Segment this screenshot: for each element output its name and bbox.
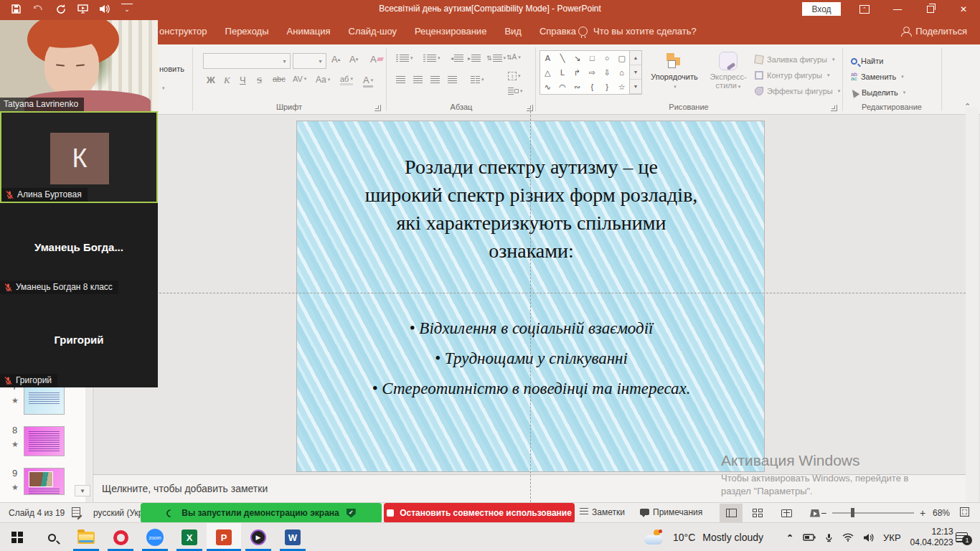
share-person-icon <box>901 27 910 36</box>
weather-widget[interactable]: 10°C Mostly cloudy <box>644 523 763 551</box>
speaker-icon[interactable] <box>863 533 874 542</box>
notification-badge: 1 <box>962 535 972 545</box>
tell-me-label: Что вы хотите сделать? <box>593 26 697 37</box>
slide-sorter-view-button[interactable] <box>746 504 769 522</box>
stop-share-button[interactable]: Остановить совместное использование <box>384 503 575 523</box>
keyboard-language[interactable]: УКР <box>883 532 901 543</box>
participant-display-name: Григорий <box>0 334 158 346</box>
opera-button[interactable] <box>103 523 138 551</box>
zoom-meeting-panel: Tatyana Lavrinenko К Алина Буртовая Уман… <box>0 20 158 387</box>
thumbnail-slide-9[interactable] <box>24 468 65 495</box>
thumbnail-scroll-down-button[interactable]: ▼ <box>75 485 90 496</box>
tab-transitions[interactable]: Переходы <box>225 26 269 37</box>
tab-slideshow[interactable]: Слайд-шоу <box>349 26 397 37</box>
vertical-guide[interactable] <box>530 108 531 502</box>
font-dialog-launcher-icon[interactable] <box>374 105 381 111</box>
title-line: ознаками: <box>319 237 744 265</box>
word-button[interactable]: W <box>275 523 310 551</box>
powerpoint-button-active[interactable]: P <box>207 523 241 551</box>
ribbon-display-options-icon[interactable]: ⌃ <box>852 0 877 18</box>
zoom-slider-thumb[interactable] <box>851 508 854 517</box>
taskbar-search-button[interactable] <box>34 523 69 551</box>
thumbnail-photo <box>29 471 53 487</box>
avatar: К <box>50 133 109 184</box>
notes-placeholder[interactable]: Щелкните, чтобы добавить заметки <box>102 483 268 494</box>
comments-toggle[interactable]: Примечания <box>640 507 702 517</box>
battery-icon[interactable] <box>803 533 816 542</box>
zoom-slider-track[interactable] <box>832 512 914 514</box>
minimize-button[interactable]: — <box>885 0 910 18</box>
participant-video-tile[interactable]: Tatyana Lavrinenko <box>0 20 158 111</box>
drawing-dialog-launcher-icon[interactable] <box>831 105 837 111</box>
participant-name-label: Григорий <box>0 374 57 387</box>
vertical-scrollbar[interactable] <box>966 108 979 502</box>
tab-design[interactable]: онструктор <box>159 26 207 37</box>
thumbnail-number: 9 <box>12 468 17 479</box>
notes-toggle[interactable]: Заметки <box>580 507 625 517</box>
thumbnail-slide-8[interactable] <box>24 426 65 456</box>
excel-button[interactable]: X <box>172 523 207 551</box>
screen-share-banner: Вы запустили демонстрацию экрана <box>141 503 382 523</box>
tell-me-box[interactable]: Что вы хотите сделать? <box>578 18 697 44</box>
group-divider <box>842 47 843 111</box>
participant-name-label: Tatyana Lavrinenko <box>0 98 84 111</box>
thumbnail-number: 8 <box>12 425 17 435</box>
share-button[interactable]: Поделиться <box>901 18 967 44</box>
paragraph-group: Абзац <box>387 44 535 115</box>
participant-tile-active[interactable]: К Алина Буртовая <box>0 111 158 203</box>
zoom-app-button[interactable]: zoom <box>138 523 172 551</box>
slide-counter[interactable]: Слайд 4 из 19 <box>9 508 65 518</box>
group-divider <box>535 47 536 111</box>
zoom-in-button[interactable]: + <box>920 507 925 519</box>
fit-to-window-button[interactable] <box>960 507 969 519</box>
editing-group: Редактирование <box>845 44 938 115</box>
slide-body-textbox[interactable]: • Відхилення в соціальній взаємодії • Тр… <box>304 314 758 404</box>
slide-title-textbox[interactable]: Розлади спектру аутизму – це широкий спе… <box>319 153 744 265</box>
action-center-button[interactable]: 1 <box>956 523 968 551</box>
partial-ribbon-button[interactable]: новить <box>159 65 184 73</box>
participant-tile[interactable]: Григорий Григорий <box>0 294 158 387</box>
participant-display-name: Уманець Богда... <box>0 241 158 253</box>
bullet-item: • Відхилення в соціальній взаємодії <box>304 314 758 344</box>
notification-icon: 1 <box>956 532 968 542</box>
hidden-icons-chevron[interactable] <box>786 532 793 543</box>
spellcheck-icon[interactable] <box>72 507 80 519</box>
start-button[interactable] <box>0 523 34 551</box>
tab-review[interactable]: Рецензирование <box>415 26 486 37</box>
horizontal-guide[interactable] <box>159 293 966 293</box>
wifi-icon[interactable] <box>842 533 854 542</box>
clock[interactable]: 12:1304.04.2023 <box>910 527 953 548</box>
file-explorer-button[interactable] <box>69 523 103 551</box>
bullet-item: • Стереотипністю в поведінці та інтереса… <box>304 374 758 404</box>
media-player-icon: ▶ <box>250 529 266 545</box>
media-player-button[interactable]: ▶ <box>241 523 275 551</box>
word-icon: W <box>285 529 301 545</box>
zoom-icon: zoom <box>146 529 164 546</box>
signin-button[interactable]: Вход <box>802 2 841 16</box>
weather-condition: Mostly cloudy <box>702 532 763 543</box>
partial-dropdown-icon[interactable] <box>161 82 165 92</box>
participant-name-label: Уманець Богдан 8 класс <box>0 281 118 294</box>
windows-taskbar: zoom X P ▶ W 10°C Mostly cloudy УКР 12:1… <box>0 522 980 551</box>
excel-icon: X <box>182 529 197 545</box>
security-shield-icon[interactable] <box>347 509 356 518</box>
reading-view-button[interactable] <box>775 504 798 522</box>
zoom-out-button[interactable]: − <box>821 507 826 519</box>
stop-icon <box>387 509 394 517</box>
zoom-level[interactable]: 68% <box>933 508 950 518</box>
animation-star-icon <box>11 483 19 492</box>
group-divider <box>192 47 193 111</box>
language-indicator[interactable]: русский (Укра <box>93 508 148 518</box>
status-bar: Слайд 4 из 19 русский (Укра Вы запустили… <box>0 502 980 522</box>
close-button[interactable]: ✕ <box>951 0 976 18</box>
tab-help[interactable]: Справка <box>540 26 576 37</box>
participant-tile[interactable]: Уманець Богда... Уманець Богдан 8 класс <box>0 203 158 294</box>
group-divider <box>386 47 387 111</box>
tab-animations[interactable]: Анимация <box>287 26 331 37</box>
title-line: які характеризкують спільними <box>319 209 744 237</box>
tab-view[interactable]: Вид <box>504 26 522 37</box>
normal-view-button[interactable] <box>720 504 743 522</box>
microphone-icon[interactable] <box>825 533 833 542</box>
thumbnail-slide-7[interactable] <box>24 386 65 415</box>
restore-button[interactable] <box>918 0 943 18</box>
